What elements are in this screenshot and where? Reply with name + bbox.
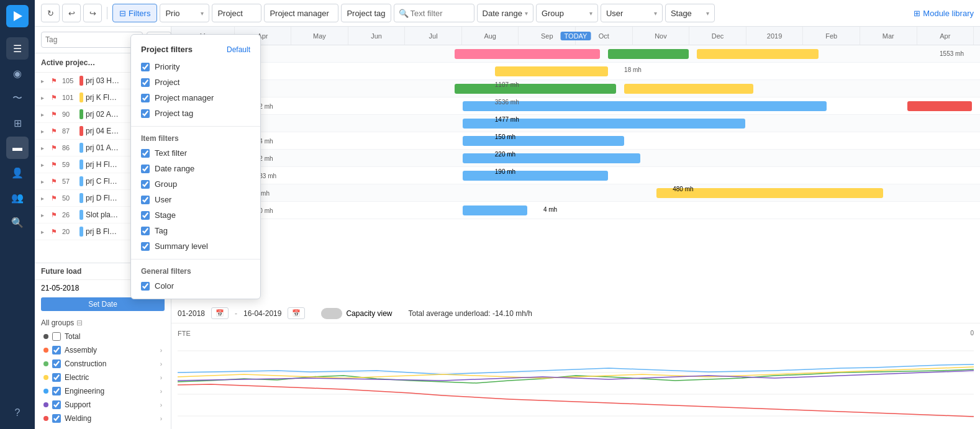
filter-checkbox[interactable]	[141, 242, 150, 251]
mh-label: 220 mh	[495, 151, 515, 158]
group-checkbox[interactable]	[52, 346, 61, 354]
filter-checkbox[interactable]	[141, 109, 150, 118]
filter-checkbox[interactable]	[141, 196, 150, 204]
group-item[interactable]: Engineering ›	[41, 384, 165, 398]
project-name: prj 03 H…	[86, 76, 119, 85]
filter-checkbox[interactable]	[141, 149, 150, 158]
user-select[interactable]: User ▾	[601, 4, 663, 22]
group-checkbox[interactable]	[52, 387, 61, 395]
refresh-button[interactable]: ↻	[41, 4, 60, 22]
undo-button[interactable]: ↩	[62, 4, 81, 22]
nav-item-dashboard[interactable]: ◉	[6, 62, 29, 84]
table-row: 14 mh 480 mh	[171, 184, 980, 202]
filter-checkbox[interactable]	[141, 180, 150, 189]
expand-icon: ▸	[41, 128, 48, 135]
stage-select[interactable]: Stage ▾	[665, 4, 715, 22]
expand-icon: ▸	[41, 145, 48, 151]
filter-checkbox[interactable]	[141, 211, 150, 220]
prio-select[interactable]: Prio ▾	[160, 4, 209, 22]
project-id: 26	[62, 211, 77, 219]
project-id: 90	[62, 111, 77, 118]
group-item[interactable]: Assembly ›	[41, 343, 165, 357]
filter-checkbox[interactable]	[141, 78, 150, 87]
mh-label: 18 mh	[624, 66, 642, 73]
filter-item[interactable]: Project tag	[131, 106, 260, 121]
project-id: 57	[62, 178, 77, 185]
chart-calendar-end-button[interactable]: 📅	[288, 307, 305, 319]
filter-item[interactable]: Stage	[131, 207, 260, 223]
expand-icon: ▸	[41, 111, 48, 118]
priority-flag: ⚑	[51, 211, 60, 219]
filter-item[interactable]: Tag	[131, 223, 260, 238]
nav-item-chart[interactable]: 〜	[6, 87, 29, 109]
bar-row8	[463, 171, 608, 181]
group-expand-icon[interactable]: ›	[160, 361, 162, 368]
filter-item[interactable]: Project	[131, 75, 260, 90]
chart-calendar-start-button[interactable]: 📅	[211, 307, 229, 319]
module-library-button[interactable]: ⊞ Module library	[914, 9, 974, 18]
filters-button[interactable]: ⊟ Filters	[112, 4, 157, 22]
group-dot	[43, 389, 48, 394]
nav-item-grid[interactable]: ⊞	[6, 112, 29, 134]
project-id: 50	[62, 194, 77, 202]
expand-icon: ▸	[41, 212, 48, 219]
filter-item[interactable]: Date range	[131, 161, 260, 176]
dropdown-default-link[interactable]: Default	[227, 45, 250, 54]
filter-item[interactable]: Color	[131, 278, 260, 294]
group-expand-icon[interactable]: ›	[160, 415, 162, 422]
group-arrow-icon: ▾	[589, 10, 592, 17]
filter-item[interactable]: Priority	[131, 59, 260, 75]
group-item[interactable]: Support ›	[41, 398, 165, 412]
project-color-bar	[79, 76, 83, 86]
filter-checkbox[interactable]	[141, 165, 150, 173]
filter-checkbox[interactable]	[141, 227, 150, 235]
project-label: Project	[217, 9, 242, 18]
group-expand-icon[interactable]: ›	[160, 374, 162, 381]
expand-icon: ▸	[41, 178, 48, 185]
date-range-select[interactable]: Date range ▾	[477, 4, 533, 22]
group-item[interactable]: Construction ›	[41, 357, 165, 371]
nav-item-gantt[interactable]: ☰	[6, 37, 29, 60]
filter-item[interactable]: Summary level	[131, 238, 260, 254]
redo-button[interactable]: ↪	[83, 4, 102, 22]
filter-item[interactable]: Project manager	[131, 90, 260, 106]
table-row: 994 mh 150 mh	[171, 132, 980, 150]
filter-item-label: Date range	[155, 164, 194, 173]
group-item[interactable]: Welding ›	[41, 412, 165, 425]
group-item[interactable]: Electric ›	[41, 371, 165, 384]
filter-checkbox[interactable]	[141, 63, 150, 71]
text-filter-search-icon: 🔍	[399, 9, 409, 18]
group-expand-icon[interactable]: ›	[160, 402, 162, 409]
filter-checkbox[interactable]	[141, 282, 150, 291]
gantt-rows: 1194 mh 1553 mh 992 mh 18 mh	[171, 45, 980, 304]
filter-item[interactable]: User	[131, 192, 260, 207]
project-manager-select[interactable]: Project manager	[264, 4, 338, 22]
nav-item-search[interactable]: 🔍	[6, 211, 29, 233]
group-checkbox[interactable]	[52, 332, 61, 341]
project-select[interactable]: Project	[212, 4, 261, 22]
nav-item-person[interactable]: 👤	[6, 161, 29, 184]
filter-item[interactable]: Group	[131, 176, 260, 192]
nav-item-timeline[interactable]: ▬	[6, 137, 29, 159]
group-checkbox[interactable]	[52, 400, 61, 409]
filter-groups-icon[interactable]: ⊟	[76, 318, 83, 327]
group-select[interactable]: Group ▾	[536, 4, 598, 22]
filters-label: Filters	[129, 9, 150, 18]
group-checkbox[interactable]	[52, 373, 61, 382]
filter-checkbox[interactable]	[141, 94, 150, 102]
help-icon[interactable]: ?	[6, 402, 29, 424]
filter-item[interactable]: Text filter	[131, 145, 260, 161]
group-expand-icon[interactable]: ›	[160, 388, 162, 395]
project-tag-select[interactable]: Project tag	[341, 4, 391, 22]
project-color-bar	[79, 227, 83, 237]
tag-input[interactable]	[41, 32, 143, 48]
group-checkbox[interactable]	[52, 359, 61, 368]
project-name: prj H Fl…	[86, 160, 117, 169]
group-checkbox[interactable]	[52, 414, 61, 423]
capacity-view-toggle[interactable]: Capacity view	[321, 308, 392, 319]
group-item[interactable]: Total	[41, 330, 165, 343]
set-date-button[interactable]: Set Date	[41, 297, 165, 311]
nav-item-team[interactable]: 👥	[6, 186, 29, 209]
capacity-toggle-switch[interactable]	[321, 308, 342, 319]
group-expand-icon[interactable]: ›	[160, 347, 162, 354]
